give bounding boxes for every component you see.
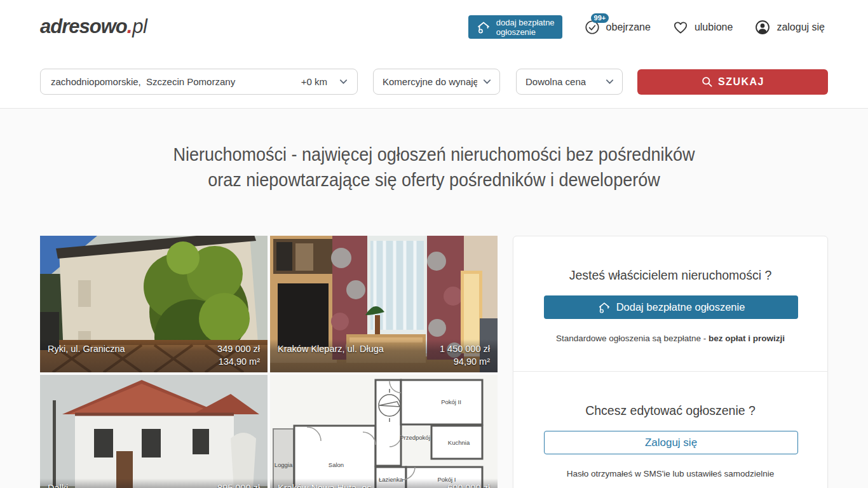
radius-value[interactable]: +0 km [301,76,327,87]
floorplan-room-label: Przedpokój [400,434,430,441]
listing-address: Dalki [48,482,68,488]
listing-price: 1 450 000 zł [440,342,490,355]
listing-address: Kraków Nowa Huta, os [278,482,371,488]
sidebar-add-listing-label: Dodaj bezpłatne ogłoszenie [616,301,745,313]
brand-logo[interactable]: adresowo.pl [40,15,147,38]
floorplan-room-label: Pokój II [441,398,461,405]
listing-address: Kraków Kleparz, ul. Długa [278,342,384,355]
listing-price: 895 000 zł [217,482,260,488]
login-link[interactable]: zaloguj się [754,19,825,36]
listing-caption: Dalki 895 000 zł [40,478,268,488]
location-input[interactable] [51,76,297,87]
viewed-label: obejrzane [606,22,651,33]
search-button-label: SZUKAJ [718,76,764,88]
chevron-down-icon [605,77,614,86]
listing-caption: Kraków Nowa Huta, os 600 000 zł [270,478,498,488]
listing-floorplan: Pokój II Przedpokój Kuchnia Salon Loggia… [270,375,498,488]
sidebar-login-label: Zaloguj się [645,437,697,449]
main-content: Nieruchomości - najwięcej ogłoszeń nieru… [0,109,868,488]
search-bar: +0 km Komercyjne do wynaję Dowolna cena [40,69,828,95]
chevron-down-icon [482,77,492,86]
page: adresowo.pl dodaj bezpłatne ogłoszenie [0,0,868,488]
edit-note: Hasło otrzymałeś w SMS'ie lub ustawiłeś … [544,469,797,488]
listing-card[interactable]: Dalki 895 000 zł [40,375,268,488]
page-title: Nieruchomości - najwięcej ogłoszeń nieru… [43,142,824,193]
listing-caption: Kraków Kleparz, ul. Długa 1 450 000 zł 9… [270,339,498,372]
sidebar-add-listing-button[interactable]: Dodaj bezpłatne ogłoszenie [544,295,798,319]
listing-caption: Ryki, ul. Graniczna 349 000 zł 134,90 m² [40,339,268,372]
listing-photo [40,375,268,488]
top-header: adresowo.pl dodaj bezpłatne ogłoszenie [0,0,868,108]
listings-grid: Ryki, ul. Graniczna 349 000 zł 134,90 m² [40,236,498,488]
house-plus-icon [597,301,611,315]
user-icon [754,19,771,36]
floorplan-room-label: Loggia [275,461,293,468]
owner-heading: Jesteś właścicielem nieruchomości ? [544,268,797,283]
listing-area: 94,90 m² [454,355,490,368]
listing-price: 349 000 zł [217,342,260,355]
floorplan-room-label: Kuchnia [448,439,470,446]
brand-tld: pl [132,15,147,37]
header-actions: dodaj bezpłatne ogłoszenie 99+ obejrzane [468,15,825,39]
owner-note: Standardowe ogłoszenia są bezpłatne - be… [544,334,797,371]
brand-name: adresowo [40,15,127,37]
edit-section: Chcesz edytować ogłoszenie ? Zaloguj się… [513,372,827,488]
add-listing-label: dodaj bezpłatne ogłoszenie [496,18,555,37]
favorites-link[interactable]: ulubione [672,19,733,36]
listing-card[interactable]: Kraków Kleparz, ul. Długa 1 450 000 zł 9… [270,236,498,372]
location-field[interactable]: +0 km [40,69,358,95]
heart-icon [672,19,689,36]
sidebar-login-button[interactable]: Zaloguj się [544,431,798,454]
floorplan-room-label: Salon [329,461,344,468]
chevron-down-icon [339,77,348,86]
search-button[interactable]: SZUKAJ [637,69,828,95]
price-value: Dowolna cena [526,76,586,87]
category-select[interactable]: Komercyjne do wynaję [373,69,500,95]
viewed-count-badge: 99+ [591,13,609,23]
edit-heading: Chcesz edytować ogłoszenie ? [544,403,797,418]
listing-price: 600 000 zł [447,482,490,488]
owner-section: Jesteś właścicielem nieruchomości ? Doda… [513,236,827,371]
search-icon [701,76,713,88]
favorites-label: ulubione [695,22,733,33]
listing-card[interactable]: Ryki, ul. Graniczna 349 000 zł 134,90 m² [40,236,268,372]
login-label: zaloguj się [776,22,825,33]
add-listing-button[interactable]: dodaj bezpłatne ogłoszenie [468,15,562,39]
listing-address: Ryki, ul. Graniczna [48,342,125,355]
listing-area: 134,90 m² [219,355,260,368]
price-select[interactable]: Dowolna cena [516,69,623,95]
house-plus-icon [476,20,491,35]
listing-card[interactable]: Pokój II Przedpokój Kuchnia Salon Loggia… [270,375,498,488]
viewed-link[interactable]: 99+ obejrzane [584,19,651,36]
category-value: Komercyjne do wynaję [383,76,477,87]
owner-sidebar: Jesteś właścicielem nieruchomości ? Doda… [513,236,828,488]
